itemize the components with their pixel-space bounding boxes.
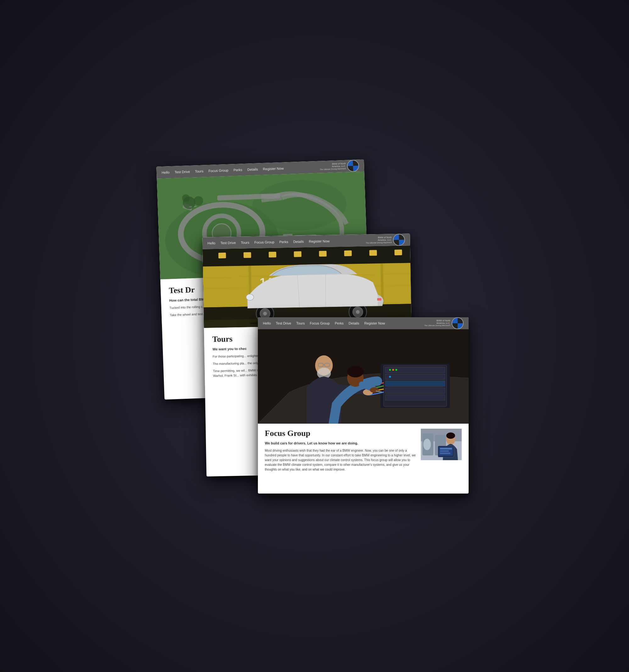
focus-group-section: Focus Group We build cars for drivers. L… <box>258 424 469 479</box>
bmw-roundel-1 <box>347 160 359 172</box>
nav-links-card2: Hello Test Drive Tours Focus Group Perks… <box>207 238 366 245</box>
tagline-1: The Ultimate Driving Machine® <box>320 167 346 171</box>
nav-details-3[interactable]: Details <box>349 321 359 325</box>
nav-register-3[interactable]: Register Now <box>364 321 385 325</box>
nav-hello-3[interactable]: Hello <box>263 321 271 325</box>
svg-rect-21 <box>203 245 410 267</box>
focus-group-text-block: Focus Group We build cars for drivers. L… <box>265 429 416 474</box>
svg-point-85 <box>423 439 431 450</box>
bmw-text-logo-3: BMW of North America, LLC. The Ultimate … <box>424 319 450 327</box>
svg-rect-26 <box>319 250 326 256</box>
svg-rect-22 <box>218 253 226 258</box>
nav-perks-3[interactable]: Perks <box>335 321 344 325</box>
svg-rect-59 <box>385 395 445 400</box>
focus-group-inset-photo <box>421 429 462 460</box>
svg-rect-29 <box>394 249 402 255</box>
nav-focusgroup-3[interactable]: Focus Group <box>310 321 330 325</box>
brand-line2-2: America, LLC. <box>378 239 392 241</box>
nav-tours-1[interactable]: Tours <box>195 169 203 173</box>
svg-rect-25 <box>294 251 301 257</box>
focusgroup-title: Focus Group <box>265 429 416 438</box>
svg-rect-84 <box>440 453 450 454</box>
brand-line1-3: BMW of North <box>436 319 450 322</box>
bmw-roundel-2 <box>393 234 405 246</box>
nav-tours-3[interactable]: Tours <box>296 321 305 325</box>
nav-perks-2[interactable]: Perks <box>279 240 288 244</box>
svg-point-62 <box>395 369 397 371</box>
nav-perks-1[interactable]: Perks <box>233 168 243 172</box>
nav-testdrive-3[interactable]: Test Drive <box>276 321 291 325</box>
navbar-card3: Hello Test Drive Tours Focus Group Perks… <box>258 317 469 329</box>
svg-rect-56 <box>385 374 445 380</box>
svg-point-61 <box>392 369 394 371</box>
svg-rect-83 <box>440 450 449 452</box>
svg-point-72 <box>370 387 379 393</box>
screenshots-stack: Hello Test Drive Tours Focus Group Perks… <box>151 163 478 509</box>
bmw-brand-1: BMW of North America, LLC. The Ultimate … <box>320 160 359 173</box>
svg-point-71 <box>347 366 363 377</box>
svg-rect-58 <box>385 388 445 393</box>
bmw-brand-3: BMW of North America, LLC. The Ultimate … <box>424 317 463 329</box>
svg-rect-28 <box>369 250 377 256</box>
hero-engineers <box>258 329 469 424</box>
card-focus-group: Hello Test Drive Tours Focus Group Perks… <box>258 317 469 494</box>
svg-rect-50 <box>377 298 381 300</box>
svg-rect-27 <box>344 250 352 256</box>
bmw-roundel-3 <box>452 317 463 329</box>
tagline-2: The Ultimate Driving Machine® <box>366 241 392 244</box>
bmw-text-logo-1: BMW of North America, LLC. The Ultimate … <box>320 162 346 171</box>
svg-rect-23 <box>244 252 251 258</box>
nav-details-1[interactable]: Details <box>247 167 258 171</box>
nav-tours-2[interactable]: Tours <box>241 240 249 244</box>
svg-line-8 <box>261 196 274 197</box>
bmw-brand-2: BMW of North America, LLC. The Ultimate … <box>366 234 405 246</box>
focusgroup-body: Most driving enthusiasts wish that they … <box>265 448 416 472</box>
nav-links-card1: Hello Test Drive Tours Focus Group Perks… <box>162 165 320 174</box>
nav-focusgroup-2[interactable]: Focus Group <box>254 240 275 244</box>
svg-point-63 <box>389 376 391 378</box>
focusgroup-subtitle: We build cars for drivers. Let us know h… <box>265 441 416 445</box>
svg-rect-57 <box>385 381 445 386</box>
nav-focusgroup-1[interactable]: Focus Group <box>208 168 229 172</box>
nav-details-2[interactable]: Details <box>293 240 304 244</box>
nav-hello-1[interactable]: Hello <box>162 170 170 174</box>
tagline-3: The Ultimate Driving Machine® <box>424 325 450 327</box>
brand-line2-3: America, LLC. <box>436 322 450 325</box>
svg-point-60 <box>389 369 391 371</box>
nav-register-2[interactable]: Register Now <box>309 239 330 243</box>
svg-rect-24 <box>269 251 276 257</box>
svg-point-79 <box>446 432 455 439</box>
svg-rect-55 <box>385 367 445 373</box>
nav-testdrive-2[interactable]: Test Drive <box>221 240 236 245</box>
nav-testdrive-1[interactable]: Test Drive <box>175 170 190 174</box>
bmw-text-logo-2: BMW of North America, LLC. The Ultimate … <box>366 236 392 244</box>
svg-rect-82 <box>440 448 452 450</box>
nav-hello-2[interactable]: Hello <box>207 241 216 245</box>
hero-garage: 14 13 <box>203 245 411 328</box>
brand-line1-2: BMW of North <box>378 236 392 239</box>
nav-register-1[interactable]: Register Now <box>263 166 284 171</box>
nav-links-card3: Hello Test Drive Tours Focus Group Perks… <box>263 321 424 325</box>
